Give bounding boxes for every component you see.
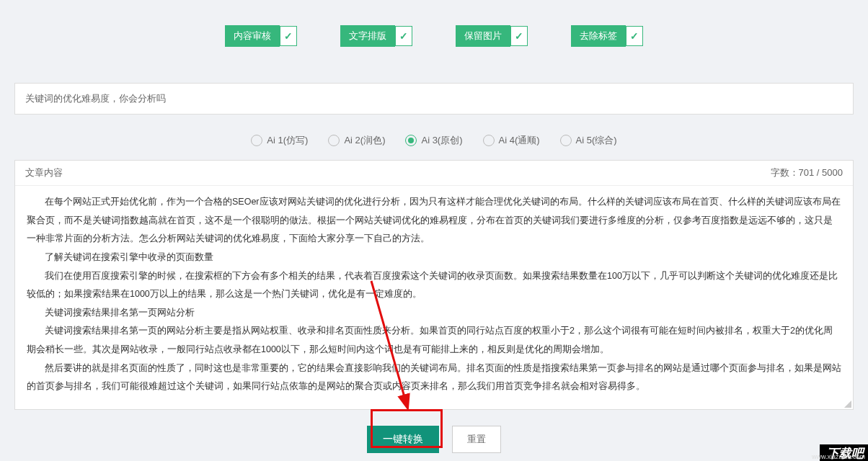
reset-button[interactable]: 重置 <box>452 426 501 453</box>
word-counter: 字数：701 / 5000 <box>771 166 843 179</box>
radio-label: Ai 5(综合) <box>576 134 617 147</box>
content-section: 文章内容 字数：701 / 5000 在每个网站正式开始优化前，作为一个合格的S… <box>14 160 854 410</box>
convert-button[interactable]: 一键转换 <box>367 426 439 453</box>
option-remove-tags[interactable]: 去除标签 ✓ <box>571 25 643 47</box>
content-label: 文章内容 <box>25 166 63 179</box>
resize-handle-icon[interactable] <box>844 400 851 408</box>
paragraph: 关键词搜索结果排名第一页网站分析 <box>27 304 841 323</box>
check-icon: ✓ <box>626 26 643 46</box>
radio-ai2[interactable]: Ai 2(润色) <box>328 134 385 147</box>
content-textarea[interactable]: 在每个网站正式开始优化前，作为一个合格的SEOer应该对网站关键词的优化进行分析… <box>15 186 853 409</box>
check-icon: ✓ <box>395 26 412 46</box>
content-header: 文章内容 字数：701 / 5000 <box>15 161 853 186</box>
paragraph: 然后要讲的就是排名页面的性质了，同时这也是非常重要的，它的结果会直接影响我们的关… <box>27 359 841 396</box>
check-icon: ✓ <box>280 26 297 46</box>
radio-ai3[interactable]: Ai 3(原创) <box>405 134 462 147</box>
check-icon: ✓ <box>510 26 528 46</box>
radio-icon <box>251 135 262 146</box>
action-row: 一键转换 重置 <box>0 410 868 461</box>
option-label: 保留图片 <box>456 25 510 47</box>
option-content-review[interactable]: 内容审核 ✓ <box>225 25 297 47</box>
option-keep-images[interactable]: 保留图片 ✓ <box>456 25 528 47</box>
radio-label: Ai 2(润色) <box>344 134 385 147</box>
radio-ai5[interactable]: Ai 5(综合) <box>560 134 617 147</box>
paragraph: 了解关键词在搜索引擎中收录的页面数量 <box>27 249 841 267</box>
title-input[interactable]: 关键词的优化难易度，你会分析吗 <box>14 83 854 115</box>
radio-ai1[interactable]: Ai 1(仿写) <box>251 134 308 147</box>
radio-icon <box>405 135 417 146</box>
radio-label: Ai 1(仿写) <box>267 134 308 147</box>
top-options-row: 内容审核 ✓ 文字排版 ✓ 保留图片 ✓ 去除标签 ✓ <box>0 0 868 83</box>
radio-label: Ai 4(通顺) <box>499 134 540 147</box>
option-label: 去除标签 <box>571 25 626 47</box>
radio-icon <box>328 135 340 146</box>
radio-icon <box>483 135 495 146</box>
radio-label: Ai 3(原创) <box>421 134 462 147</box>
option-label: 内容审核 <box>225 25 280 47</box>
paragraph: 在每个网站正式开始优化前，作为一个合格的SEOer应该对网站关键词的优化进行分析… <box>27 193 841 249</box>
watermark-url: www.xiazaiba.com <box>809 452 868 461</box>
option-label: 文字排版 <box>340 25 395 47</box>
radio-ai4[interactable]: Ai 4(通顺) <box>483 134 540 147</box>
radio-icon <box>560 135 572 146</box>
paragraph: 关键词搜索结果排名第一页的网站分析主要是指从网站权重、收录和排名页面性质来分析。… <box>27 322 841 359</box>
paragraph: 我们在使用百度搜索引擎的时候，在搜索框的下方会有多个相关的结果，代表着百度搜索这… <box>27 267 841 304</box>
option-text-layout[interactable]: 文字排版 ✓ <box>340 25 412 47</box>
ai-mode-radios: Ai 1(仿写) Ai 2(润色) Ai 3(原创) Ai 4(通顺) Ai 5… <box>0 125 868 160</box>
